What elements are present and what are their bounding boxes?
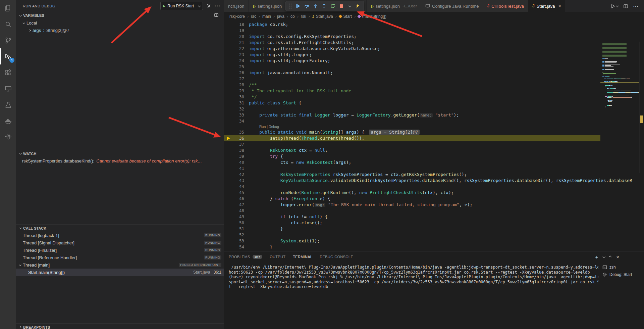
breadcrumb-item[interactable]: co [290, 14, 295, 19]
code-line-39[interactable]: 39 try { [224, 153, 644, 159]
more-actions-icon[interactable]: ··· [215, 3, 221, 9]
code-line-22[interactable]: 22import org.ethereum.datasource.KeyValu… [224, 46, 644, 52]
line-number[interactable]: 20 [233, 34, 244, 40]
tab-start-java[interactable]: JStart.java× [528, 0, 566, 12]
gutter-glyph[interactable] [224, 118, 233, 124]
gutter-glyph[interactable] [224, 238, 233, 244]
gutter-glyph[interactable] [224, 82, 233, 88]
gutter-glyph[interactable] [224, 141, 233, 147]
gutter-glyph[interactable] [224, 46, 233, 52]
hot-code-replace-button[interactable] [355, 3, 360, 9]
line-number[interactable]: 42 [233, 172, 244, 178]
restart-button[interactable] [330, 3, 335, 9]
split-editor-icon[interactable] [623, 4, 628, 9]
breadcrumb-item[interactable]: src [251, 14, 256, 19]
code-line-20[interactable]: 20import co.rsk.config.RskSystemProperti… [224, 34, 644, 40]
line-number[interactable]: 24 [233, 58, 244, 64]
code-line-18[interactable]: 18package co.rsk; [224, 21, 644, 28]
gear-icon[interactable] [206, 3, 211, 8]
code-line-21[interactable]: 21import co.rsk.util.PreflightChecksUtil… [224, 40, 644, 46]
gutter-glyph[interactable] [224, 202, 233, 208]
activity-search[interactable] [0, 16, 16, 32]
launch-profile-chevron-icon[interactable] [603, 255, 605, 258]
line-number[interactable]: 41 [233, 166, 244, 172]
line-number[interactable]: 51 [233, 226, 244, 232]
close-icon[interactable]: × [558, 4, 561, 8]
breadcrumb-item[interactable]: Start [339, 14, 352, 19]
variable-args[interactable]: args: String[2]@7 [16, 27, 224, 34]
line-number[interactable]: 50 [233, 220, 244, 226]
line-number[interactable]: 44 [233, 184, 244, 190]
line-number[interactable]: 28 [233, 82, 244, 88]
code-line-48[interactable]: 48 [224, 208, 644, 214]
line-number[interactable]: 35 [233, 129, 244, 135]
stop-button[interactable] [339, 3, 344, 9]
code-line-23[interactable]: 23import org.slf4j.Logger; [224, 52, 644, 58]
gutter-glyph[interactable] [224, 34, 233, 40]
new-terminal-icon[interactable]: + [595, 254, 598, 260]
code-line-25[interactable]: 25 [224, 64, 644, 70]
stack-frame-row[interactable]: Start.main(String[])Start.java36:1 [16, 269, 224, 276]
tab-settings-json[interactable]: {}settings.json [249, 0, 286, 12]
gutter-glyph[interactable] [224, 220, 233, 226]
line-number[interactable]: 54 [233, 244, 244, 250]
code-line-53[interactable]: 53 System.exit(1); [224, 238, 644, 244]
code-line-47[interactable]: 47 logger.error(msg: "The RSK node main … [224, 202, 644, 208]
minimap[interactable] [600, 42, 639, 173]
thread-row[interactable]: Thread [Signal Dispatcher]RUNNING [16, 239, 224, 246]
line-number[interactable]: 25 [233, 64, 244, 70]
line-number[interactable]: 40 [233, 159, 244, 166]
gutter-glyph[interactable] [224, 40, 233, 46]
breadcrumb-item[interactable]: JStart.java [312, 14, 333, 19]
breadcrumb-item[interactable]: rsk [301, 14, 306, 19]
line-number[interactable]: 30 [233, 94, 244, 100]
gutter-glyph[interactable] [224, 184, 233, 190]
code-line-31[interactable]: 31public class Start { [224, 100, 644, 106]
line-number[interactable]: 34 [233, 118, 244, 124]
line-number[interactable]: 49 [233, 214, 244, 220]
gutter-glyph[interactable] [224, 70, 233, 76]
editor-more-icon[interactable]: ··· [633, 4, 639, 9]
line-number[interactable]: 43 [233, 178, 244, 184]
line-number[interactable]: 23 [233, 52, 244, 58]
activity-run-and-debug[interactable]: 1 [0, 48, 16, 64]
code-line-41[interactable]: 41 [224, 166, 644, 172]
line-number[interactable]: 39 [233, 153, 244, 159]
gutter-glyph[interactable] [224, 28, 233, 34]
code-line-44[interactable]: 44 [224, 184, 644, 190]
gutter-glyph[interactable] [224, 64, 233, 70]
code-line-42[interactable]: 42 RskSystemProperties rskSystemProperti… [224, 172, 644, 178]
terminal-session-zsh[interactable]: zsh [599, 264, 644, 271]
breakpoints-header[interactable]: BREAKPOINTS [16, 323, 224, 329]
code-line-33[interactable]: 33 private static final Logger logger = … [224, 112, 644, 118]
close-panel-icon[interactable]: × [616, 254, 619, 260]
code-line-38[interactable]: 38 RskContext ctx = null; [224, 147, 644, 153]
run-java-button[interactable] [610, 4, 618, 9]
gutter-glyph[interactable] [224, 135, 233, 141]
activity-extensions[interactable] [0, 64, 16, 81]
panel-layout-icon[interactable] [214, 13, 219, 18]
gutter-glyph[interactable] [224, 112, 233, 118]
overview-ruler[interactable] [639, 42, 644, 173]
terminal-session-debug-start[interactable]: Debug: Start [599, 271, 644, 278]
code-line-43[interactable]: 43 KeyValueDataSource.validateDbKind(rsk… [224, 178, 644, 184]
breadcrumb-item[interactable]: main [262, 14, 271, 19]
line-number[interactable]: 18 [233, 21, 244, 28]
line-number[interactable]: 38 [233, 147, 244, 153]
line-number[interactable]: 52 [233, 232, 244, 238]
drag-handle-icon[interactable] [289, 3, 292, 9]
tab-configure-java-runtime[interactable]: Configure Java Runtime [421, 0, 483, 12]
scope-local[interactable]: Local [16, 19, 224, 27]
gutter-glyph[interactable] [224, 172, 233, 178]
thread-row[interactable]: Thread [main]PAUSED ON BREAKPOINT [16, 261, 224, 269]
line-number[interactable]: 27 [233, 76, 244, 82]
line-number[interactable]: 53 [233, 238, 244, 244]
code-line-28[interactable]: 28/** [224, 82, 644, 88]
tab-settings-json[interactable]: {}settings.json~/.../User [367, 0, 421, 12]
gutter-glyph[interactable] [224, 214, 233, 220]
line-number[interactable]: 26 [233, 70, 244, 76]
gutter-glyph[interactable] [224, 94, 233, 100]
tab-nch-json[interactable]: nch.json [224, 0, 249, 12]
gutter-glyph[interactable] [224, 76, 233, 82]
line-number[interactable]: 29 [233, 88, 244, 94]
